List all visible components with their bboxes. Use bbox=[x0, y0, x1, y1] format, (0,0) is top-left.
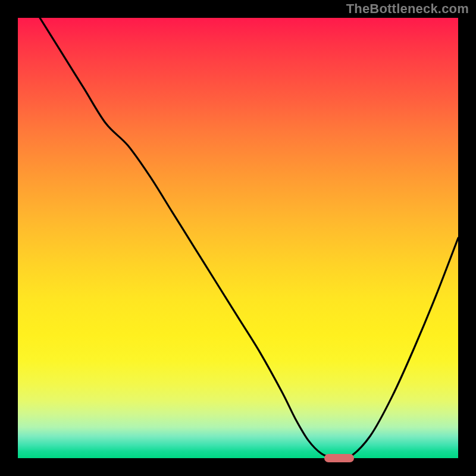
optimal-marker bbox=[324, 454, 354, 462]
bottleneck-curve bbox=[18, 18, 458, 458]
curve-path bbox=[40, 18, 458, 458]
chart-frame: TheBottleneck.com bbox=[0, 0, 476, 476]
watermark-text: TheBottleneck.com bbox=[346, 1, 469, 17]
